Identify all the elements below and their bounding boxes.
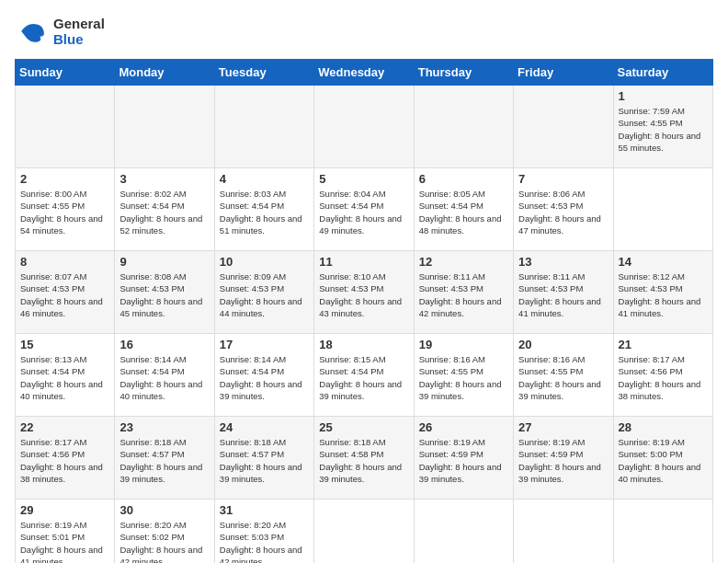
day-number: 8 [20, 255, 109, 269]
day-info: Sunrise: 8:08 AMSunset: 4:53 PMDaylight:… [119, 270, 209, 319]
calendar-cell: 31Sunrise: 8:20 AMSunset: 5:03 PMDayligh… [214, 500, 313, 564]
day-info: Sunrise: 8:19 AMSunset: 4:59 PMDaylight:… [419, 436, 508, 485]
day-number: 24 [220, 420, 309, 434]
calendar-cell [613, 168, 712, 251]
calendar-cell: 2Sunrise: 8:00 AMSunset: 4:55 PMDaylight… [16, 168, 115, 251]
calendar-cell: 24Sunrise: 8:18 AMSunset: 4:57 PMDayligh… [214, 417, 313, 500]
calendar-cell: 17Sunrise: 8:14 AMSunset: 4:54 PMDayligh… [214, 334, 313, 417]
day-number: 10 [220, 255, 309, 269]
day-number: 29 [20, 503, 109, 517]
day-info: Sunrise: 8:16 AMSunset: 4:55 PMDaylight:… [419, 353, 508, 402]
column-header-wednesday: Wednesday [314, 60, 414, 86]
calendar-week-row: 22Sunrise: 8:17 AMSunset: 4:56 PMDayligh… [16, 417, 713, 500]
calendar-cell: 16Sunrise: 8:14 AMSunset: 4:54 PMDayligh… [115, 334, 214, 417]
calendar-cell: 20Sunrise: 8:16 AMSunset: 4:55 PMDayligh… [514, 334, 613, 417]
day-number: 9 [119, 255, 209, 269]
day-number: 27 [518, 420, 608, 434]
calendar-cell [613, 500, 712, 564]
column-header-sunday: Sunday [16, 60, 115, 86]
logo-bird-icon [15, 15, 48, 48]
day-number: 25 [319, 420, 408, 434]
day-number: 18 [319, 338, 408, 351]
day-info: Sunrise: 8:18 AMSunset: 4:58 PMDaylight:… [319, 436, 408, 485]
calendar-cell: 19Sunrise: 8:16 AMSunset: 4:55 PMDayligh… [414, 334, 513, 417]
calendar-cell: 12Sunrise: 8:11 AMSunset: 4:53 PMDayligh… [414, 251, 513, 334]
day-info: Sunrise: 8:05 AMSunset: 4:54 PMDaylight:… [419, 188, 508, 236]
day-info: Sunrise: 8:18 AMSunset: 4:57 PMDaylight:… [119, 436, 209, 485]
calendar-cell: 7Sunrise: 8:06 AMSunset: 4:53 PMDaylight… [514, 168, 613, 251]
calendar-cell: 28Sunrise: 8:19 AMSunset: 5:00 PMDayligh… [613, 417, 712, 500]
calendar-cell: 10Sunrise: 8:09 AMSunset: 4:53 PMDayligh… [214, 251, 313, 334]
day-info: Sunrise: 8:03 AMSunset: 4:54 PMDaylight:… [220, 188, 309, 236]
calendar-cell: 18Sunrise: 8:15 AMSunset: 4:54 PMDayligh… [314, 334, 414, 417]
calendar-week-row: 29Sunrise: 8:19 AMSunset: 5:01 PMDayligh… [16, 500, 713, 564]
day-info: Sunrise: 8:19 AMSunset: 5:00 PMDaylight:… [619, 436, 708, 485]
day-number: 17 [220, 338, 309, 351]
calendar-table: SundayMondayTuesdayWednesdayThursdayFrid… [15, 59, 713, 563]
calendar-cell: 26Sunrise: 8:19 AMSunset: 4:59 PMDayligh… [414, 417, 513, 500]
day-number: 19 [419, 338, 508, 351]
calendar-cell: 30Sunrise: 8:20 AMSunset: 5:02 PMDayligh… [115, 500, 214, 564]
column-header-thursday: Thursday [414, 60, 513, 86]
calendar-week-row: 1Sunrise: 7:59 AMSunset: 4:55 PMDaylight… [16, 86, 713, 168]
day-number: 7 [518, 172, 608, 186]
calendar-cell: 1Sunrise: 7:59 AMSunset: 4:55 PMDaylight… [613, 86, 712, 168]
calendar-cell [514, 500, 613, 564]
day-info: Sunrise: 8:19 AMSunset: 5:01 PMDaylight:… [20, 519, 109, 563]
calendar-cell: 6Sunrise: 8:05 AMSunset: 4:54 PMDaylight… [414, 168, 513, 251]
calendar-week-row: 8Sunrise: 8:07 AMSunset: 4:53 PMDaylight… [16, 251, 713, 334]
day-info: Sunrise: 8:14 AMSunset: 4:54 PMDaylight:… [220, 353, 309, 402]
calendar-cell: 3Sunrise: 8:02 AMSunset: 4:54 PMDaylight… [115, 168, 214, 251]
day-number: 26 [419, 420, 508, 434]
day-info: Sunrise: 8:17 AMSunset: 4:56 PMDaylight:… [20, 436, 109, 485]
day-info: Sunrise: 8:06 AMSunset: 4:53 PMDaylight:… [518, 188, 608, 236]
calendar-cell: 25Sunrise: 8:18 AMSunset: 4:58 PMDayligh… [314, 417, 414, 500]
calendar-cell: 11Sunrise: 8:10 AMSunset: 4:53 PMDayligh… [314, 251, 414, 334]
day-info: Sunrise: 8:16 AMSunset: 4:55 PMDaylight:… [518, 353, 608, 402]
day-number: 23 [119, 420, 209, 434]
logo-general: General [53, 16, 105, 31]
calendar-cell: 4Sunrise: 8:03 AMSunset: 4:54 PMDaylight… [214, 168, 313, 251]
page-header: General Blue [15, 15, 713, 48]
day-info: Sunrise: 8:12 AMSunset: 4:53 PMDaylight:… [619, 270, 708, 319]
day-number: 15 [20, 338, 109, 351]
calendar-header-row: SundayMondayTuesdayWednesdayThursdayFrid… [16, 60, 713, 86]
calendar-cell [115, 86, 214, 168]
calendar-cell: 22Sunrise: 8:17 AMSunset: 4:56 PMDayligh… [16, 417, 115, 500]
day-number: 16 [119, 338, 209, 351]
day-number: 1 [619, 89, 708, 103]
day-number: 5 [319, 172, 408, 186]
day-info: Sunrise: 7:59 AMSunset: 4:55 PMDaylight:… [619, 105, 708, 154]
calendar-cell: 15Sunrise: 8:13 AMSunset: 4:54 PMDayligh… [16, 334, 115, 417]
day-number: 28 [619, 420, 708, 434]
day-number: 13 [518, 255, 608, 269]
day-info: Sunrise: 8:17 AMSunset: 4:56 PMDaylight:… [619, 353, 708, 402]
logo-text: General Blue [53, 16, 105, 48]
logo: General Blue [15, 15, 105, 48]
day-info: Sunrise: 8:20 AMSunset: 5:02 PMDaylight:… [119, 519, 209, 563]
day-number: 20 [518, 338, 608, 351]
day-number: 14 [619, 255, 708, 269]
calendar-cell: 29Sunrise: 8:19 AMSunset: 5:01 PMDayligh… [16, 500, 115, 564]
day-number: 4 [220, 172, 309, 186]
logo-blue: Blue [53, 31, 105, 47]
day-info: Sunrise: 8:18 AMSunset: 4:57 PMDaylight:… [220, 436, 309, 485]
day-info: Sunrise: 8:19 AMSunset: 4:59 PMDaylight:… [518, 436, 608, 485]
day-info: Sunrise: 8:02 AMSunset: 4:54 PMDaylight:… [119, 188, 209, 236]
calendar-cell: 21Sunrise: 8:17 AMSunset: 4:56 PMDayligh… [613, 334, 712, 417]
day-info: Sunrise: 8:00 AMSunset: 4:55 PMDaylight:… [20, 188, 109, 236]
calendar-cell: 8Sunrise: 8:07 AMSunset: 4:53 PMDaylight… [16, 251, 115, 334]
column-header-tuesday: Tuesday [214, 60, 313, 86]
day-number: 3 [119, 172, 209, 186]
day-info: Sunrise: 8:20 AMSunset: 5:03 PMDaylight:… [220, 519, 309, 563]
calendar-cell: 14Sunrise: 8:12 AMSunset: 4:53 PMDayligh… [613, 251, 712, 334]
calendar-cell [514, 86, 613, 168]
day-info: Sunrise: 8:14 AMSunset: 4:54 PMDaylight:… [119, 353, 209, 402]
day-info: Sunrise: 8:15 AMSunset: 4:54 PMDaylight:… [319, 353, 408, 402]
day-info: Sunrise: 8:10 AMSunset: 4:53 PMDaylight:… [319, 270, 408, 319]
day-number: 11 [319, 255, 408, 269]
calendar-cell [314, 500, 414, 564]
calendar-cell [214, 86, 313, 168]
day-number: 22 [20, 420, 109, 434]
day-number: 12 [419, 255, 508, 269]
